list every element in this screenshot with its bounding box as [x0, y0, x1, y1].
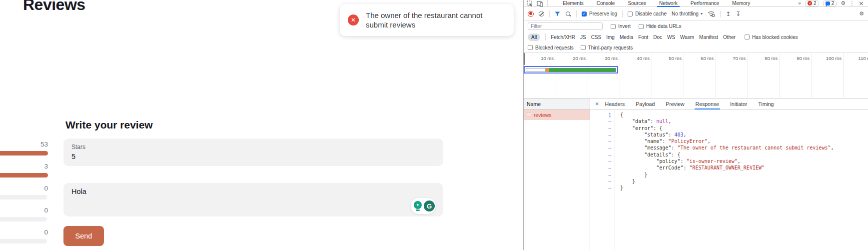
stars-field[interactable]: Stars 5: [63, 138, 443, 166]
hide-data-urls-checkbox[interactable]: Hide data URLs: [639, 24, 682, 29]
fold-marker-icon[interactable]: –: [590, 138, 615, 144]
filter-funnel-icon[interactable]: [555, 12, 560, 16]
export-har-icon[interactable]: ↧: [736, 10, 741, 18]
detail-tab-timing[interactable]: Timing: [758, 98, 774, 110]
send-button[interactable]: Send: [63, 226, 104, 246]
devtools-tab-console[interactable]: Console: [597, 0, 615, 6]
divider: [547, 0, 548, 7]
error-count-icon: ✕: [808, 1, 812, 6]
disable-cache-checkbox[interactable]: Disable cache: [628, 11, 667, 16]
type-filter-doc[interactable]: Doc: [653, 34, 662, 40]
write-review-heading: Write your review: [65, 119, 153, 131]
response-body: 1––––––––––– { "data": null, "error": { …: [590, 110, 868, 250]
devtools-tab-network[interactable]: Network: [659, 0, 678, 6]
type-filter-ws[interactable]: WS: [667, 34, 675, 40]
type-filter-css[interactable]: CSS: [591, 34, 602, 40]
network-settings-gear-icon[interactable]: ⚙: [859, 10, 864, 17]
has-blocked-cookies-checkbox[interactable]: Has blocked cookies: [745, 34, 798, 40]
fold-marker-icon[interactable]: –: [590, 172, 615, 178]
type-filter-img[interactable]: Img: [606, 34, 615, 40]
rating-bar: [0, 151, 48, 156]
timeline-gridline: [684, 53, 684, 98]
request-favicon: [527, 112, 531, 117]
close-devtools-icon[interactable]: ×: [859, 0, 864, 7]
json-line: }: [620, 172, 868, 178]
request-name: reviews: [534, 112, 552, 118]
divider: [720, 10, 721, 18]
rating-count: 3: [0, 162, 48, 170]
type-filter-wasm[interactable]: Wasm: [680, 34, 694, 40]
fold-marker-icon[interactable]: –: [590, 125, 615, 132]
devtools-tab-memory[interactable]: Memory: [732, 0, 750, 6]
timeline-tick: 110 ms: [854, 56, 868, 61]
error-badge[interactable]: ✕ 2: [805, 0, 819, 6]
request-row-reviews[interactable]: reviews: [524, 110, 590, 120]
rating-bar: [0, 217, 47, 222]
fold-marker-icon[interactable]: –: [590, 184, 615, 191]
stars-label: Stars: [71, 144, 85, 150]
type-filter-media[interactable]: Media: [620, 34, 633, 40]
more-tabs-icon[interactable]: »: [798, 0, 801, 6]
review-textarea[interactable]: Hola ✦ G: [63, 183, 443, 216]
kebab-menu-icon[interactable]: ⋮: [850, 0, 855, 6]
fold-marker-icon[interactable]: –: [590, 164, 615, 171]
blocked-requests-checkbox[interactable]: Blocked requests: [528, 45, 574, 50]
error-toast: ✕ The owner of the restaurant cannot sub…: [340, 4, 514, 36]
settings-gear-icon[interactable]: ⚙: [841, 0, 846, 6]
record-network-log-icon[interactable]: [528, 11, 534, 17]
json-line: "status": 403,: [620, 132, 868, 138]
fold-marker-icon[interactable]: –: [590, 118, 615, 124]
page-title: Reviews: [23, 0, 85, 14]
grammarly-g-icon[interactable]: G: [424, 200, 435, 212]
detail-tab-payload[interactable]: Payload: [636, 98, 655, 110]
fold-marker-icon[interactable]: –: [590, 132, 615, 138]
type-filter-other[interactable]: Other: [723, 34, 736, 40]
type-filter-js[interactable]: JS: [580, 34, 586, 40]
type-filter-font[interactable]: Font: [638, 34, 648, 40]
timeline-tick: 60 ms: [694, 56, 714, 61]
devtools-tab-performance[interactable]: Performance: [691, 0, 719, 6]
throttling-select[interactable]: No throttling ▾: [672, 11, 703, 16]
inspect-element-icon[interactable]: [527, 0, 533, 6]
search-icon[interactable]: [565, 11, 571, 17]
line-number: 1: [590, 112, 615, 118]
timeline-tick: 50 ms: [662, 56, 682, 61]
waterfall-selection[interactable]: [524, 66, 618, 74]
timeline-tick: 10 ms: [534, 56, 554, 61]
clear-network-log-icon[interactable]: [539, 11, 544, 16]
detail-tab-preview[interactable]: Preview: [666, 98, 684, 110]
filter-input[interactable]: [528, 22, 603, 30]
detail-tab-response[interactable]: Response: [696, 98, 719, 110]
timeline-overview[interactable]: 10 ms20 ms30 ms40 ms50 ms60 ms70 ms80 ms…: [524, 53, 868, 98]
device-toolbar-icon[interactable]: [537, 0, 543, 6]
type-filter-all[interactable]: All: [528, 34, 540, 41]
checkbox-unchecked-icon: [628, 12, 633, 16]
fold-marker-icon[interactable]: –: [590, 178, 615, 184]
checkbox-checked-icon: ✓: [582, 12, 587, 16]
detail-tab-initiator[interactable]: Initiator: [730, 98, 747, 110]
fold-marker-icon[interactable]: –: [590, 144, 615, 151]
invert-checkbox[interactable]: Invert: [611, 24, 631, 29]
lightbulb-suggestions-icon[interactable]: ✦: [414, 201, 422, 212]
third-party-requests-checkbox[interactable]: Third-party requests: [581, 45, 633, 50]
type-filter-fetch-xhr[interactable]: Fetch/XHR: [551, 34, 575, 40]
json-line: "policy": "is-owner-review",: [620, 158, 868, 164]
devtools-tab-elements[interactable]: Elements: [563, 0, 584, 6]
timeline-gridline: [812, 53, 812, 98]
import-har-icon[interactable]: ↥: [726, 10, 731, 18]
fold-marker-icon[interactable]: –: [590, 152, 615, 158]
fold-marker-icon[interactable]: –: [590, 158, 615, 164]
preserve-log-checkbox[interactable]: ✓ Preserve log: [582, 11, 617, 16]
devtools-tab-sources[interactable]: Sources: [628, 0, 646, 6]
json-line: }: [620, 184, 868, 191]
detail-tab-headers[interactable]: Headers: [605, 98, 625, 110]
network-conditions-icon[interactable]: [708, 10, 715, 17]
type-filter-manifest[interactable]: Manifest: [699, 34, 718, 40]
issues-badge[interactable]: 2: [823, 0, 837, 6]
timeline-tick: 90 ms: [790, 56, 810, 61]
name-column-header[interactable]: Name: [524, 98, 590, 110]
grammarly-widget[interactable]: ✦ G: [410, 198, 436, 214]
timeline-tick: 40 ms: [630, 56, 650, 61]
close-details-icon[interactable]: ×: [595, 100, 599, 107]
issues-count-icon: [826, 2, 830, 6]
